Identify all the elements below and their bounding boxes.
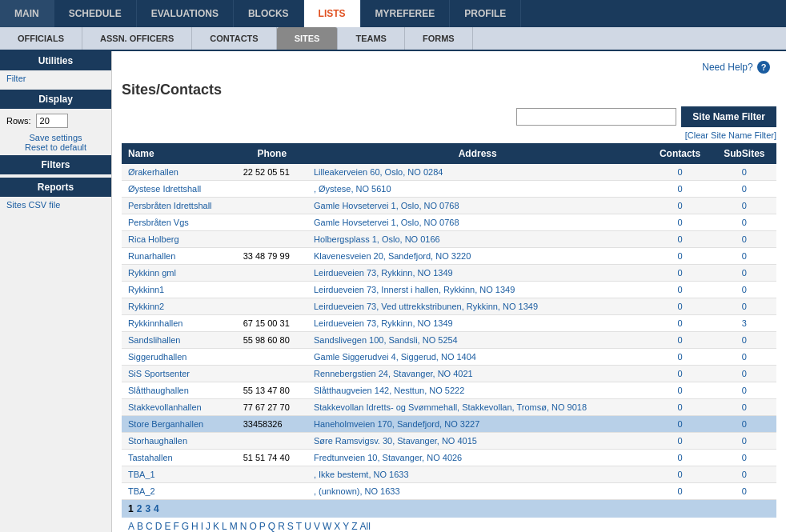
site-name-link[interactable]: TBA_1	[128, 470, 155, 479]
cell-subsites[interactable]: 0	[712, 416, 776, 433]
address-link[interactable]: Slåtthaugveien 142, Nesttun, NO 5222	[314, 386, 464, 395]
cell-subsites[interactable]: 0	[712, 382, 776, 399]
page-link-4[interactable]: 4	[154, 503, 159, 514]
alpha-link-z[interactable]: Z	[351, 521, 357, 532]
site-name-link[interactable]: Storhaughallen	[128, 436, 187, 446]
cell-subsites[interactable]: 0	[712, 282, 776, 298]
site-name-link[interactable]: Runarhallen	[128, 251, 175, 261]
site-name-link[interactable]: Rykkinn2	[128, 302, 164, 311]
address-link[interactable]: Lilleakerveien 60, Oslo, NO 0284	[314, 167, 443, 177]
need-help-link[interactable]: Need Help? ?	[702, 62, 770, 73]
alpha-link-o[interactable]: O	[249, 521, 256, 532]
address-link[interactable]: Holbergsplass 1, Oslo, NO 0166	[314, 234, 440, 244]
site-name-link[interactable]: SiS Sportsenter	[128, 369, 190, 378]
alpha-link-e[interactable]: E	[164, 521, 170, 532]
cell-contacts[interactable]: 0	[648, 332, 712, 349]
site-name-link[interactable]: TBA_2	[128, 486, 155, 496]
alpha-link-x[interactable]: X	[334, 521, 340, 532]
cell-subsites[interactable]: 0	[712, 366, 776, 382]
cell-contacts[interactable]: 0	[648, 315, 712, 332]
cell-subsites[interactable]: 0	[712, 433, 776, 450]
page-link-1[interactable]: 1	[128, 503, 134, 514]
cell-contacts[interactable]: 0	[648, 466, 712, 483]
address-link[interactable]: Leirdueveien 73, Rykkinn, NO 1349	[314, 318, 453, 328]
nav-blocks[interactable]: BLOCKS	[234, 0, 304, 27]
alpha-link-w[interactable]: W	[323, 521, 331, 532]
address-link[interactable]: Fredtunveien 10, Stavanger, NO 4026	[314, 453, 462, 462]
address-link[interactable]: Leirdueveien 73, Rykkinn, NO 1349	[314, 268, 453, 278]
site-name-link[interactable]: Persbråten Vgs	[128, 218, 189, 227]
cell-contacts[interactable]: 0	[648, 198, 712, 214]
cell-contacts[interactable]: 0	[648, 382, 712, 399]
alpha-link-m[interactable]: M	[230, 521, 238, 532]
address-link[interactable]: , (unknown), NO 1633	[314, 486, 400, 496]
alpha-link-h[interactable]: H	[191, 521, 199, 532]
alpha-link-n[interactable]: N	[240, 521, 247, 532]
site-name-link[interactable]: Øystese Idrettshall	[128, 184, 201, 194]
cell-contacts[interactable]: 0	[648, 298, 712, 315]
subnav-forms[interactable]: FORMS	[405, 27, 473, 50]
alpha-link-y[interactable]: Y	[343, 521, 349, 532]
alpha-link-j[interactable]: J	[206, 521, 211, 532]
alpha-link-q[interactable]: Q	[268, 521, 275, 532]
site-name-link[interactable]: Rykkinn gml	[128, 268, 176, 278]
cell-subsites[interactable]: 0	[712, 164, 776, 181]
rows-input[interactable]	[36, 114, 68, 128]
cell-contacts[interactable]: 0	[648, 433, 712, 450]
alpha-link-i[interactable]: I	[201, 521, 203, 532]
cell-subsites[interactable]: 0	[712, 466, 776, 483]
cell-subsites[interactable]: 0	[712, 399, 776, 416]
subnav-assn-officers[interactable]: ASSN. OFFICERS	[82, 27, 192, 50]
cell-subsites[interactable]: 0	[712, 231, 776, 248]
cell-subsites[interactable]: 0	[712, 450, 776, 466]
alpha-link-v[interactable]: V	[314, 521, 320, 532]
alpha-link-p[interactable]: P	[259, 521, 266, 532]
cell-subsites[interactable]: 0	[712, 198, 776, 214]
reset-default-link[interactable]: Reset to default	[0, 142, 111, 152]
site-name-link[interactable]: Tastahallen	[128, 453, 173, 462]
alpha-link-all[interactable]: All	[360, 521, 371, 532]
alpha-link-t[interactable]: T	[296, 521, 302, 532]
cell-contacts[interactable]: 0	[648, 282, 712, 298]
alpha-link-s[interactable]: S	[287, 521, 294, 532]
address-link[interactable]: Gamle Siggerudvei 4, Siggerud, NO 1404	[314, 352, 476, 362]
address-link[interactable]: Søre Ramsvigsv. 30, Stavanger, NO 4015	[314, 436, 477, 446]
address-link[interactable]: Leirdueveien 73, Innerst i hallen, Rykki…	[314, 285, 515, 294]
address-link[interactable]: Gamle Hovsetervei 1, Oslo, NO 0768	[314, 218, 459, 227]
address-link[interactable]: Gamle Hovsetervei 1, Oslo, NO 0768	[314, 201, 459, 210]
site-name-link[interactable]: Persbråten Idrettshall	[128, 201, 212, 210]
site-name-filter-button[interactable]: Site Name Filter	[681, 106, 776, 127]
nav-schedule[interactable]: SCHEDULE	[54, 0, 137, 27]
cell-contacts[interactable]: 0	[648, 483, 712, 500]
site-name-link[interactable]: Siggerudhallen	[128, 352, 186, 362]
cell-contacts[interactable]: 0	[648, 248, 712, 265]
site-name-link[interactable]: Slåtthaughallen	[128, 386, 189, 395]
address-link[interactable]: Haneholmveien 170, Sandefjord, NO 3227	[314, 419, 479, 429]
subnav-teams[interactable]: TEAMS	[338, 27, 405, 50]
site-name-link[interactable]: Store Berganhallen	[128, 419, 203, 429]
cell-contacts[interactable]: 0	[648, 416, 712, 433]
subnav-sites[interactable]: SITES	[277, 27, 339, 50]
cell-subsites[interactable]: 0	[712, 349, 776, 366]
alpha-link-d[interactable]: D	[155, 521, 162, 532]
cell-subsites[interactable]: 0	[712, 265, 776, 282]
address-link[interactable]: Rennebergstien 24, Stavanger, NO 4021	[314, 369, 473, 378]
nav-evaluations[interactable]: EVALUATIONS	[137, 0, 234, 27]
site-name-link[interactable]: Rykkinn1	[128, 285, 164, 294]
page-link-2[interactable]: 2	[137, 503, 142, 514]
address-link[interactable]: , Ikke bestemt, NO 1633	[314, 470, 409, 479]
alpha-link-c[interactable]: C	[146, 521, 153, 532]
cell-subsites[interactable]: 0	[712, 298, 776, 315]
alpha-link-u[interactable]: U	[304, 521, 311, 532]
filter-link[interactable]: Filter	[0, 70, 111, 86]
cell-subsites[interactable]: 0	[712, 483, 776, 500]
subnav-officials[interactable]: OFFICIALS	[0, 27, 82, 50]
cell-subsites[interactable]: 0	[712, 332, 776, 349]
address-link[interactable]: Klavenesveien 20, Sandefjord, NO 3220	[314, 251, 471, 261]
nav-myreferee[interactable]: MYREFEREE	[361, 0, 451, 27]
site-name-link[interactable]: Sandslihallen	[128, 335, 180, 345]
cell-subsites[interactable]: 0	[712, 214, 776, 231]
alpha-link-r[interactable]: R	[278, 521, 285, 532]
nav-lists[interactable]: LISTS	[304, 0, 361, 27]
address-link[interactable]: Stakkevollan Idretts- og Svømmehall, Sta…	[314, 402, 587, 412]
